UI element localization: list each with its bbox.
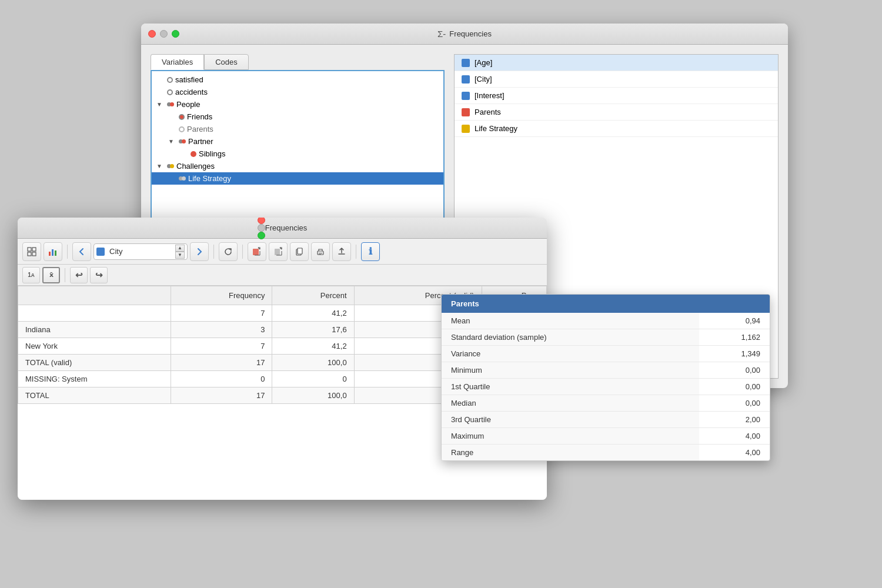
variable-selector[interactable]: City ▲ ▼ [93,243,188,260]
sel-var-age[interactable]: [Age] [455,55,778,71]
stats-row-minimum: Minimum 0,00 [442,362,770,379]
tree-label-challenges: Challenges [176,162,215,171]
sel-var-label-life-strategy: Life Strategy [475,124,517,133]
col-header-frequency: Frequency [171,286,272,305]
svg-rect-5 [52,249,54,256]
tree-label-parents: Parents [187,125,213,133]
stats-value-minimum: 0,00 [699,362,770,378]
tree-item-accidents[interactable]: accidents [152,86,443,98]
format-1a-button[interactable]: 1A [22,267,40,283]
svg-rect-13 [319,254,321,255]
tree-item-challenges[interactable]: ▼ Challenges [152,160,443,172]
tree-label-life-strategy: Life Strategy [188,174,231,183]
tree-item-people[interactable]: ▼ People [152,98,443,111]
tree-item-partner[interactable]: ▼ Partner [152,135,443,148]
sq-icon-interest [462,92,470,100]
tree-label-satisfied: satisfied [175,75,203,84]
sel-var-interest[interactable]: [Interest] [455,88,778,104]
close-button[interactable] [148,30,156,38]
front-window-titlebar: Frequencies [18,218,547,239]
stats-row-range: Range 4,00 [442,445,770,460]
back-button[interactable] [72,242,91,261]
row-label-missing: MISSING: System [18,371,171,387]
tree-label-accidents: accidents [175,88,208,96]
row-freq-total-valid: 17 [171,355,272,371]
separator-4 [356,245,356,259]
export-button[interactable] [332,242,351,261]
tree-item-satisfied[interactable]: satisfied [152,74,443,86]
stats-row-stddev: Standard deviation (sample) 1,162 [442,329,770,346]
stats-label-mean: Mean [442,313,699,329]
dot-siblings [191,151,196,157]
stepper-arrows[interactable]: ▲ ▼ [175,245,185,259]
sq-icon-city [462,75,470,83]
stats-value-maximum: 4,00 [699,428,770,444]
row-freq-total: 17 [171,387,272,404]
dot-friends [179,114,185,120]
stats-value-q1: 0,00 [699,379,770,395]
traffic-lights [148,30,179,38]
chart-view-button[interactable] [44,242,62,261]
row-freq-newyork: 7 [171,338,272,355]
sel-var-parents[interactable]: Parents [455,104,778,121]
svg-rect-7 [253,249,259,255]
svg-rect-4 [49,252,51,256]
svg-rect-12 [319,253,322,253]
forward-button[interactable] [190,242,209,261]
tree-label-siblings: Siblings [199,149,226,158]
sigma-icon: Σ- [437,29,446,39]
print-button[interactable] [311,242,330,261]
front-minimize-button[interactable] [258,224,265,232]
export-result-button[interactable] [269,242,288,261]
no-arrow [168,126,176,132]
stepper-up[interactable]: ▲ [175,245,185,252]
stats-value-q3: 2,00 [699,412,770,427]
stepper-down[interactable]: ▼ [175,252,185,259]
stats-label-stddev: Standard deviation (sample) [442,329,699,345]
tree-item-friends[interactable]: Friends [152,111,443,123]
minimize-button[interactable] [160,30,168,38]
tab-codes[interactable]: Codes [204,54,249,70]
undo-button[interactable]: ↩ [70,267,88,283]
front-close-button[interactable] [258,218,265,224]
row-label-0 [18,305,171,322]
svg-rect-1 [32,248,36,251]
tree-item-siblings[interactable]: Siblings [152,148,443,160]
row-label-total-valid: TOTAL (valid) [18,355,171,371]
copy-button[interactable] [290,242,309,261]
svg-rect-3 [32,252,36,256]
svg-rect-8 [275,249,280,255]
back-window-titlebar: Σ- Frequencies [141,24,788,45]
sel-var-label-city: [City] [475,75,492,83]
format-mean-button[interactable]: x̄ [42,267,60,283]
tab-variables[interactable]: Variables [151,54,204,70]
stats-value-mean: 0,94 [699,313,770,329]
stats-value-range: 4,00 [699,445,770,460]
refresh-button[interactable] [219,242,238,261]
col-header-label [18,286,171,305]
export-data-button[interactable] [248,242,266,261]
sel-var-life-strategy[interactable]: Life Strategy [455,121,778,137]
row-label-total: TOTAL [18,387,171,404]
no-arrow [168,175,176,182]
info-button[interactable]: ℹ [361,242,380,261]
sq-icon-age [462,59,470,67]
row-freq-indiana: 3 [171,322,272,338]
row-pct-newyork: 41,2 [272,338,354,355]
col-header-percent: Percent [272,286,354,305]
no-arrow [156,76,165,83]
dot-accidents [167,89,173,95]
stats-value-stddev: 1,162 [699,329,770,345]
separator-5 [65,268,65,282]
front-traffic-lights [258,218,265,239]
redo-button[interactable]: ↪ [90,267,108,283]
stats-label-variance: Variance [442,346,699,362]
stats-label-range: Range [442,445,699,460]
svg-rect-2 [28,252,31,256]
table-view-button[interactable] [22,242,41,261]
maximize-button[interactable] [172,30,179,38]
tree-item-life-strategy[interactable]: Life Strategy [152,172,443,185]
front-maximize-button[interactable] [258,232,265,239]
tree-item-parents[interactable]: Parents [152,123,443,135]
sel-var-city[interactable]: [City] [455,71,778,88]
